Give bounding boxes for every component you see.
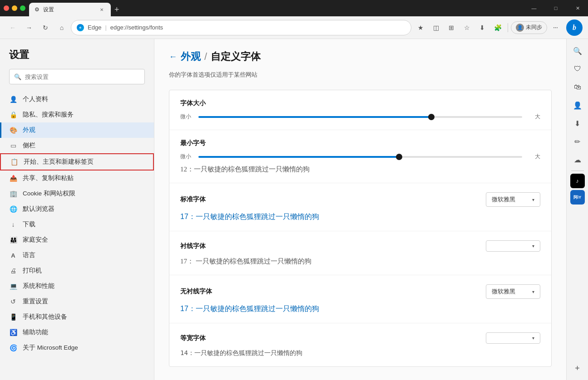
main-container: 设置 🔍 👤 个人资料 🔒 隐私、搜索和服务 🎨 外观 ▭ 侧栏 📋 开始、主页… bbox=[0, 39, 588, 380]
serif-font-row: 衬线字体 ▾ 17： 一只敏捷的棕色狐狸跳过一只懒惰的狗 bbox=[169, 231, 551, 275]
navbar: ← → ↻ ⌂ e Edge | edge://settings/fonts ★… bbox=[0, 16, 588, 39]
back-button[interactable]: ← bbox=[5, 20, 20, 35]
share-icon: 📤 bbox=[9, 175, 17, 182]
standard-font-row: 标准字体 微软雅黑 ▾ 17：一只敏捷的棕色狐狸跳过一只懒惰的狗 bbox=[169, 183, 551, 231]
right-sidebar-separator bbox=[571, 171, 584, 171]
url-display: edge://settings/fonts bbox=[110, 24, 163, 31]
maximize-button[interactable]: □ bbox=[545, 0, 566, 16]
person-icon-button[interactable]: 👤 bbox=[569, 97, 586, 113]
tab-close-button[interactable]: ✕ bbox=[98, 6, 105, 13]
sidebar-title: 设置 bbox=[0, 48, 154, 69]
more-button[interactable]: ··· bbox=[548, 20, 563, 35]
extensions-button[interactable]: 🧩 bbox=[490, 20, 505, 35]
min-font-min-label: 微小 bbox=[180, 153, 193, 161]
split-screen-button[interactable]: ⊞ bbox=[444, 20, 459, 35]
address-bar[interactable]: e Edge | edge://settings/fonts bbox=[71, 20, 411, 35]
mono-font-dropdown[interactable]: ▾ bbox=[486, 332, 540, 344]
profile-button[interactable]: 👤 未同步 bbox=[511, 21, 547, 34]
tiktok-button[interactable]: ♪ bbox=[570, 174, 585, 188]
language-icon: A bbox=[9, 252, 17, 259]
sidebar-item-label: 侧栏 bbox=[23, 141, 35, 150]
sidebar-item-browser[interactable]: 🌐 默认浏览器 bbox=[0, 201, 154, 217]
download-icon-button[interactable]: ⬇ bbox=[569, 115, 586, 132]
favorites-button[interactable]: ★ bbox=[413, 20, 428, 35]
sidebar-item-label: 隐私、搜索和服务 bbox=[23, 111, 74, 119]
accessibility-icon: ♿ bbox=[9, 329, 17, 336]
sidebar-item-share[interactable]: 📤 共享、复制和粘贴 bbox=[0, 171, 154, 186]
sidebar-item-label: Cookie 和网站权限 bbox=[23, 190, 75, 198]
new-tab-button[interactable]: + bbox=[111, 3, 123, 16]
serif-font-dropdown[interactable]: ▾ bbox=[486, 240, 540, 252]
search-box[interactable]: 🔍 bbox=[9, 69, 145, 84]
min-font-slider[interactable] bbox=[198, 156, 522, 158]
forward-button[interactable]: → bbox=[22, 20, 36, 35]
settings-sidebar: 设置 🔍 👤 个人资料 🔒 隐私、搜索和服务 🎨 外观 ▭ 侧栏 📋 开始、主页… bbox=[0, 39, 154, 380]
sidebar-item-family[interactable]: 👨‍👩‍👧 家庭安全 bbox=[0, 232, 154, 248]
zoom-icon-button[interactable]: 🔍 bbox=[569, 43, 586, 59]
sans-font-dropdown-container: 微软雅黑 ▾ bbox=[486, 284, 540, 299]
family-icon: 👨‍👩‍👧 bbox=[9, 236, 17, 244]
mono-font-row: 等宽字体 ▾ 14：一只敏捷的棕色狐狸跳过一只懒惰的狗 bbox=[169, 323, 551, 366]
tab-area: ⚙ 设置 ✕ + bbox=[29, 0, 123, 16]
font-size-slider[interactable] bbox=[198, 116, 522, 118]
standard-font-dropdown[interactable]: 微软雅黑 ▾ bbox=[486, 192, 540, 207]
profile-avatar: 👤 bbox=[516, 24, 524, 32]
aiy-button[interactable]: 阿iY bbox=[570, 190, 585, 205]
sidebar-item-label: 系统和性能 bbox=[23, 282, 54, 290]
downloads-button[interactable]: ⬇ bbox=[475, 20, 489, 35]
sidebar-item-privacy[interactable]: 🔒 隐私、搜索和服务 bbox=[0, 107, 154, 122]
bing-icon: b bbox=[573, 24, 576, 32]
breadcrumb-parent[interactable]: 外观 bbox=[181, 50, 201, 63]
sidebar-item-start[interactable]: 📋 开始、主页和新建标签页 bbox=[0, 153, 154, 171]
font-settings-section: 字体大小 微小 大 最小字号 微小 bbox=[169, 90, 552, 367]
sidebar-item-label: 家庭安全 bbox=[23, 236, 48, 244]
sidebar-item-label: 辅助功能 bbox=[23, 328, 48, 336]
edit-icon-button[interactable]: ✏ bbox=[569, 133, 586, 150]
breadcrumb-back-button[interactable]: ← bbox=[169, 52, 177, 62]
minimize-button[interactable]: — bbox=[524, 0, 544, 16]
sidebar-item-label: 外观 bbox=[23, 126, 35, 134]
chevron-down-icon: ▾ bbox=[532, 336, 534, 341]
home-button[interactable]: ⌂ bbox=[54, 20, 69, 35]
edge-label: Edge bbox=[88, 24, 101, 31]
close-button[interactable]: ✕ bbox=[567, 0, 588, 16]
active-tab[interactable]: ⚙ 设置 ✕ bbox=[29, 3, 111, 16]
sidebar-item-mobile[interactable]: 📱 手机和其他设备 bbox=[0, 309, 154, 325]
bing-button[interactable]: b bbox=[566, 19, 583, 36]
window-controls-left bbox=[4, 5, 25, 11]
sans-font-header: 无衬线字体 微软雅黑 ▾ bbox=[180, 284, 540, 299]
sidebar-item-reset[interactable]: ↺ 重置设置 bbox=[0, 294, 154, 309]
reset-icon: ↺ bbox=[9, 298, 17, 305]
sidebar-item-sidebar[interactable]: ▭ 侧栏 bbox=[0, 138, 154, 153]
sidebar-item-downloads[interactable]: ↓ 下载 bbox=[0, 217, 154, 232]
sidebar-item-label: 个人资料 bbox=[23, 95, 48, 103]
sans-font-dropdown[interactable]: 微软雅黑 ▾ bbox=[486, 284, 540, 299]
cloud-icon-button[interactable]: ☁ bbox=[569, 151, 586, 168]
search-input[interactable] bbox=[25, 73, 140, 80]
start-icon: 📋 bbox=[10, 158, 18, 166]
sans-font-label: 无衬线字体 bbox=[180, 287, 212, 296]
sidebar-item-language[interactable]: A 语言 bbox=[0, 248, 154, 263]
sidebar-item-appearance[interactable]: 🎨 外观 bbox=[0, 122, 154, 138]
sidebar-item-cookies[interactable]: 🏢 Cookie 和网站权限 bbox=[0, 186, 154, 201]
collections-button[interactable]: ◫ bbox=[429, 20, 443, 35]
sidebar-item-system[interactable]: 💻 系统和性能 bbox=[0, 278, 154, 294]
sidebar-item-label: 默认浏览器 bbox=[23, 205, 54, 213]
sidebar-item-accessibility[interactable]: ♿ 辅助功能 bbox=[0, 325, 154, 340]
system-icon: 💻 bbox=[9, 283, 17, 290]
sidebar-item-about[interactable]: 🌀 关于 Microsoft Edge bbox=[0, 340, 154, 356]
page-subtitle: 你的字体首选项仅适用于某些网站 bbox=[169, 71, 552, 79]
standard-font-dropdown-container: 微软雅黑 ▾ bbox=[486, 192, 540, 207]
refresh-button[interactable]: ↻ bbox=[38, 20, 53, 35]
sidebar-item-label: 重置设置 bbox=[23, 297, 48, 306]
sidebar-item-label: 手机和其他设备 bbox=[23, 313, 67, 321]
sidebar-item-profile[interactable]: 👤 个人资料 bbox=[0, 92, 154, 107]
font-size-min-label: 微小 bbox=[180, 113, 193, 121]
standard-font-preview: 17：一只敏捷的棕色狐狸跳过一只懒惰的狗 bbox=[180, 212, 540, 222]
add-button[interactable]: + bbox=[569, 360, 586, 376]
min-font-slider-container: 微小 大 bbox=[180, 153, 540, 161]
bag-icon-button[interactable]: 🛍 bbox=[569, 79, 586, 95]
favorites-star-button[interactable]: ☆ bbox=[460, 20, 474, 35]
sidebar-item-printer[interactable]: 🖨 打印机 bbox=[0, 263, 154, 278]
shield-icon-button[interactable]: 🛡 bbox=[569, 61, 586, 77]
